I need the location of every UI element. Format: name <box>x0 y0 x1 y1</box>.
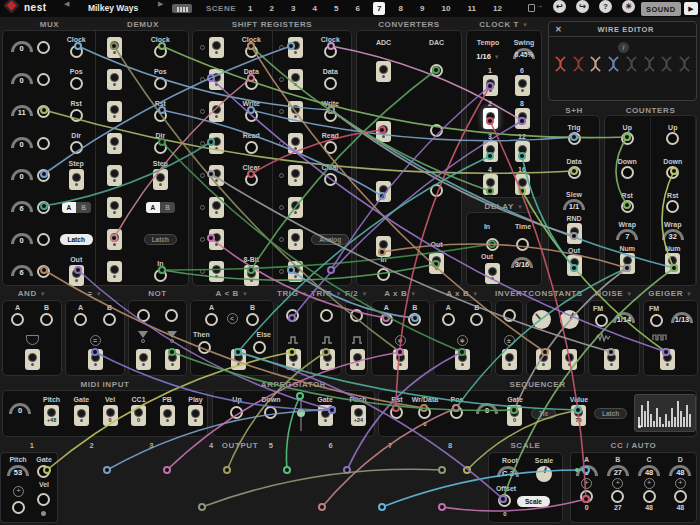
geiger-header[interactable]: GEIGER▼ <box>643 289 698 298</box>
demux-latch-toggle[interactable]: Latch <box>144 234 177 245</box>
scene-copy-icon[interactable]: → <box>528 3 544 13</box>
axb1-out-switch[interactable] <box>393 349 408 370</box>
wire-slot-icon[interactable] <box>642 56 657 76</box>
seq-latch-toggle[interactable]: Latch <box>594 408 627 419</box>
wire-slot-icon[interactable] <box>606 56 621 76</box>
clock-output-switch[interactable] <box>483 75 498 96</box>
demux-step-switch[interactable] <box>153 169 168 190</box>
cc-port[interactable] <box>643 490 656 503</box>
counter-num-switch[interactable]: 8 <box>665 253 680 274</box>
midi-port-switch[interactable]: 0 <box>103 405 118 426</box>
clock-output[interactable]: 12 <box>515 133 530 162</box>
mux-knob[interactable]: 0 <box>11 169 33 181</box>
wire-slot-icon[interactable] <box>677 56 692 76</box>
demux-switch[interactable] <box>107 197 122 218</box>
demux-switch[interactable] <box>107 37 122 58</box>
sr-switch[interactable] <box>288 69 303 90</box>
sr-mini-port[interactable] <box>200 109 205 114</box>
wire-slot-icon[interactable] <box>659 56 674 76</box>
sr1-write-port[interactable] <box>245 109 258 122</box>
demux-clock-port[interactable] <box>154 45 167 58</box>
axb2-b-port[interactable] <box>470 313 483 326</box>
midi-port-switch[interactable] <box>74 405 89 426</box>
counter-down-port[interactable] <box>666 166 679 179</box>
axb1-header[interactable]: A x B▼ <box>371 289 430 298</box>
seq-pos-knob[interactable]: 0 <box>476 403 498 415</box>
keyboard-icon[interactable] <box>172 4 192 13</box>
scene-number[interactable]: 6 <box>352 2 364 15</box>
scale-toggle[interactable]: Scale <box>517 496 550 507</box>
sound-button[interactable]: SOUND <box>641 2 681 16</box>
seq-wrdata-port[interactable] <box>418 406 431 419</box>
demux-dir-port[interactable] <box>154 141 167 154</box>
mux-knob[interactable]: 0 <box>11 41 33 53</box>
counter-num-switch[interactable]: 0 <box>620 253 635 274</box>
sr-mini-port[interactable] <box>200 77 205 82</box>
scene-number[interactable]: 10 <box>438 2 455 15</box>
alb-b-port[interactable] <box>246 313 259 326</box>
preset-next-button[interactable]: ▶ <box>158 0 163 8</box>
output-pitch-knob[interactable]: 53 <box>7 465 29 477</box>
scene-number[interactable]: 4 <box>309 2 321 15</box>
counter-rst-port[interactable] <box>621 200 634 213</box>
seq-pos-port[interactable] <box>450 406 463 419</box>
noise-fm-port[interactable] <box>595 314 608 327</box>
sr-switch[interactable] <box>288 37 303 58</box>
clock-header[interactable]: CLOCK T▼ <box>466 20 542 29</box>
alb-else-port[interactable] <box>253 341 266 354</box>
mux-knob-port[interactable] <box>37 201 50 214</box>
clock-output[interactable]: 16 <box>515 166 530 195</box>
geiger-fm-port[interactable] <box>650 314 663 327</box>
sr-switch[interactable] <box>209 165 224 186</box>
mux-clock-port[interactable] <box>70 45 83 58</box>
delay-in-port[interactable] <box>486 238 499 251</box>
mux-ab-toggle[interactable]: AB <box>62 202 91 213</box>
output-pitch-mod-port[interactable]: + <box>13 486 24 497</box>
seq-rst-port[interactable] <box>390 406 403 419</box>
eq-a-port[interactable] <box>74 313 87 326</box>
mux-knob[interactable]: 0 <box>11 73 33 85</box>
invert-in-port[interactable] <box>503 309 516 322</box>
constant-knob-1[interactable] <box>532 310 551 329</box>
sr-mini-port[interactable] <box>279 173 284 178</box>
mux-knob-port[interactable] <box>37 105 50 118</box>
demux-pos-port[interactable] <box>154 77 167 90</box>
preset-prev-button[interactable]: ◀ <box>64 0 69 8</box>
sr1-clock-port[interactable] <box>245 45 258 58</box>
sr-switch[interactable] <box>209 69 224 90</box>
tempo-select[interactable]: 1/16▼ <box>471 52 505 61</box>
noise-header[interactable]: NOISE▼ <box>588 289 640 298</box>
not2-in-port[interactable] <box>165 309 178 322</box>
sr-switch[interactable] <box>209 261 224 282</box>
trig1-in-port[interactable] <box>286 309 299 322</box>
clock-output[interactable]: 3 <box>483 133 498 162</box>
scene-number[interactable]: 8 <box>395 2 407 15</box>
mux-knob-port[interactable] <box>37 73 50 86</box>
mux-dir-port[interactable] <box>70 141 83 154</box>
sr-mini-port[interactable] <box>200 141 205 146</box>
eq-b-port[interactable] <box>103 313 116 326</box>
cc-mod-port[interactable]: + <box>612 478 623 489</box>
counter-down-port[interactable] <box>621 166 634 179</box>
settings-button[interactable]: ☀ <box>622 0 635 13</box>
undo-button[interactable]: ↩ <box>553 0 566 13</box>
eq-header[interactable]: =▼ <box>65 289 125 298</box>
not1-out-switch[interactable] <box>136 349 151 370</box>
scale-type-knob[interactable] <box>536 466 552 482</box>
delay-out-switch[interactable] <box>485 263 500 284</box>
sr-mini-port[interactable] <box>279 237 284 242</box>
clock-output-switch[interactable] <box>483 108 498 129</box>
sr-switch[interactable] <box>288 197 303 218</box>
sr2-data-port[interactable] <box>324 77 337 90</box>
clock-output-switch[interactable] <box>515 75 530 96</box>
sr-switch[interactable] <box>209 229 224 250</box>
wire-slot-icon[interactable] <box>624 56 639 76</box>
mux-knob[interactable]: 0 <box>11 233 33 245</box>
output-pitch-port[interactable] <box>12 501 25 514</box>
adc-switch[interactable] <box>376 61 391 82</box>
demux-switch[interactable] <box>107 69 122 90</box>
sr2-analog-toggle[interactable]: Analog <box>311 234 349 245</box>
not1-in-port[interactable] <box>137 309 150 322</box>
trig2-header[interactable]: TRIG▼ <box>311 289 342 298</box>
constant1-out-switch[interactable] <box>536 349 551 370</box>
